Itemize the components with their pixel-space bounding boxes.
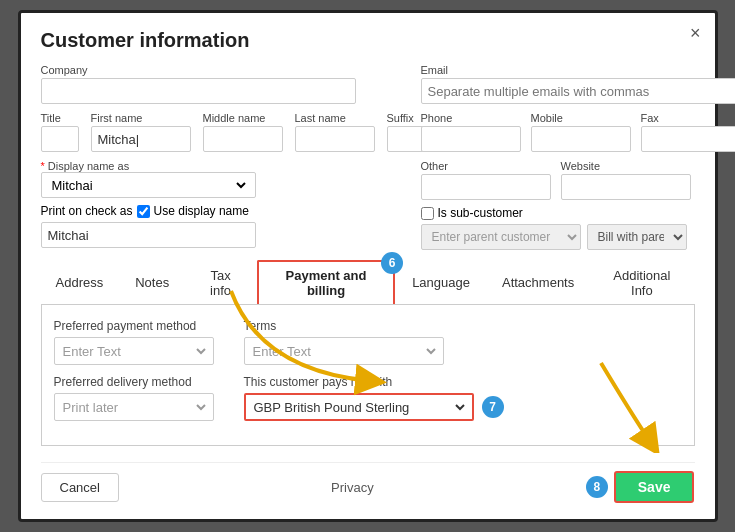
customer-info-modal: Customer information × Company Title Fir… [18,10,718,522]
mobile-label: Mobile [531,112,631,124]
lastname-input[interactable] [295,126,375,152]
bill-with-parent-select[interactable]: Bill with parent [587,224,687,250]
title-input[interactable] [41,126,79,152]
use-display-name-checkbox[interactable] [137,205,150,218]
fax-label: Fax [641,112,736,124]
bottom-bar: Cancel Privacy 8 Save [41,462,695,503]
firstname-input[interactable] [91,126,191,152]
terms-group: Terms Enter Text [244,319,682,365]
payment-billing-row: Preferred payment method Enter Text Pref… [54,319,682,421]
currency-group: This customer pays me with GBP British P… [244,375,682,421]
payment-right: Terms Enter Text This customer pays me w… [244,319,682,421]
preferred-delivery-select[interactable]: Print later [59,399,209,416]
terms-select[interactable]: Enter Text [249,343,439,360]
form-left-col: Company Title First name Middle name [41,64,381,250]
tab-attachments[interactable]: Attachments [487,260,589,304]
email-label: Email [421,64,736,76]
email-group: Email [421,64,736,104]
other-input[interactable] [421,174,551,200]
print-on-check-row: Print on check as Use display name [41,204,381,218]
badge-8: 8 [586,476,608,498]
phone-row: Phone Mobile Fax [421,112,736,152]
save-button[interactable]: Save [614,471,695,503]
middlename-label: Middle name [203,112,283,124]
display-name-select-wrap: Mitchai [41,172,256,198]
modal-title: Customer information [41,29,695,52]
print-check-group [41,222,381,248]
currency-select-wrap: GBP British Pound Sterling [244,393,474,421]
tabs-bar: Address Notes Tax info Payment and billi… [41,260,695,305]
lastname-label: Last name [295,112,375,124]
preferred-payment-select-wrap: Enter Text [54,337,214,365]
other-website-row: Other Website [421,160,736,200]
close-button[interactable]: × [690,23,701,44]
mobile-group: Mobile [531,112,631,152]
tab-language[interactable]: Language [397,260,485,304]
company-group: Company [41,64,381,104]
phone-input[interactable] [421,126,521,152]
payment-left: Preferred payment method Enter Text Pref… [54,319,214,421]
parent-customer-select[interactable]: Enter parent customer [421,224,581,250]
other-group: Other [421,160,551,200]
website-label: Website [561,160,691,172]
website-group: Website [561,160,691,200]
privacy-link[interactable]: Privacy [331,480,374,495]
display-name-group: * Display name as Mitchai [41,160,381,198]
tab-payment-billing[interactable]: Payment and billing 6 [257,260,395,304]
title-label: Title [41,112,79,124]
terms-label: Terms [244,319,682,333]
terms-select-wrap: Enter Text [244,337,444,365]
middlename-group: Middle name [203,112,283,152]
currency-select[interactable]: GBP British Pound Sterling [250,399,468,416]
firstname-group: First name [91,112,191,152]
firstname-label: First name [91,112,191,124]
parent-customer-row: Enter parent customer Bill with parent [421,224,736,250]
display-name-label: * Display name as [41,160,381,172]
preferred-delivery-group: Preferred delivery method Print later [54,375,214,421]
display-name-select[interactable]: Mitchai [48,173,249,197]
print-check-input[interactable] [41,222,256,248]
is-sub-customer-checkbox[interactable] [421,207,434,220]
tab-notes[interactable]: Notes [120,260,184,304]
tab-address[interactable]: Address [41,260,119,304]
mobile-input[interactable] [531,126,631,152]
preferred-payment-label: Preferred payment method [54,319,214,333]
preferred-delivery-label: Preferred delivery method [54,375,214,389]
preferred-delivery-select-wrap: Print later [54,393,214,421]
fax-group: Fax [641,112,736,152]
save-area: 8 Save [586,471,695,503]
other-label: Other [421,160,551,172]
preferred-payment-select[interactable]: Enter Text [59,343,209,360]
company-label: Company [41,64,381,76]
name-row: Title First name Middle name Last name S… [41,112,381,152]
tab-taxinfo[interactable]: Tax info [186,260,255,304]
company-input[interactable] [41,78,356,104]
email-input[interactable] [421,78,736,104]
website-input[interactable] [561,174,691,200]
tab-additional-info[interactable]: Additional Info [591,260,692,304]
lastname-group: Last name [295,112,375,152]
print-on-check-label: Print on check as [41,204,133,218]
cancel-button[interactable]: Cancel [41,473,119,502]
preferred-payment-group: Preferred payment method Enter Text [54,319,214,365]
badge-7: 7 [482,396,504,418]
currency-row: GBP British Pound Sterling 7 [244,393,682,421]
form-right-col: Email Phone Mobile Fax [421,64,736,250]
payment-billing-tab-content: Preferred payment method Enter Text Pref… [41,305,695,446]
is-sub-customer-label: Is sub-customer [438,206,523,220]
fax-input[interactable] [641,126,736,152]
phone-group: Phone [421,112,521,152]
phone-label: Phone [421,112,521,124]
is-sub-customer-row: Is sub-customer [421,206,736,220]
form-main: Company Title First name Middle name [41,64,695,250]
customer-pays-label: This customer pays me with [244,375,682,389]
middlename-input[interactable] [203,126,283,152]
title-group: Title [41,112,79,152]
badge-6: 6 [381,252,403,274]
use-display-name-label: Use display name [154,204,249,218]
